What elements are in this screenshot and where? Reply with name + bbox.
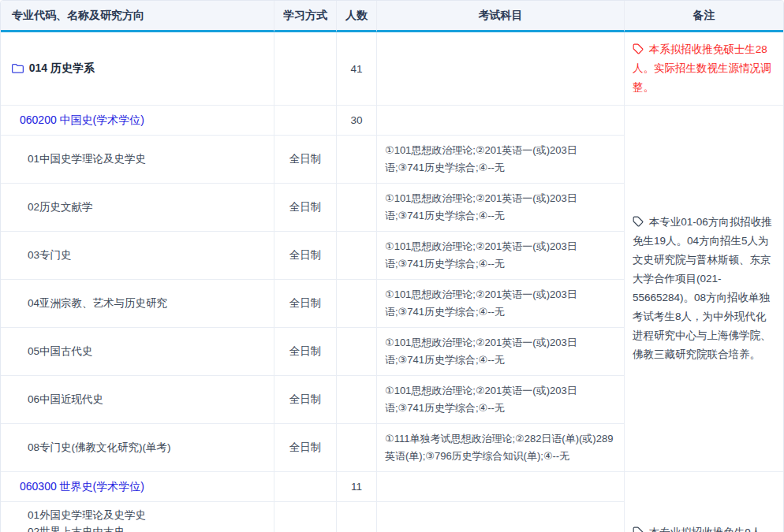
major-link[interactable]: 060300 世界史(学术学位) [20,480,144,493]
count-cell [337,184,377,232]
remark-cell-major-china-history: 本专业01-06方向拟招收推免生19人。04方向招生5人为文史研究院与普林斯顿、… [625,106,783,472]
remark-text: 本专业拟招收推免生9人。 [649,526,772,532]
direction-label: 04亚洲宗教、艺术与历史研究 [28,297,167,309]
count-cell [337,136,377,184]
study-mode-cell [274,32,337,106]
direction-cell: 08专门史(佛教文化研究)(单考) [1,424,274,472]
direction-label: 05中国古代史 [28,345,93,357]
department-label[interactable]: 014 历史学系 [29,61,95,74]
admissions-table: 专业代码、名称及研究方向 学习方式 人数 考试科目 备注 014 历史学系 41… [0,0,784,532]
study-mode-cell: 全日制 [274,502,337,532]
column-header-study-mode: 学习方式 [274,1,337,32]
table-row-major: 060200 中国史(学术学位) 30 本专业01-06方向拟招收推免生19人。… [1,106,783,136]
direction-cell: 03专门史 [1,232,274,280]
direction-cell: 04亚洲宗教、艺术与历史研究 [1,280,274,328]
study-mode-cell: 全日制 [274,328,337,376]
department-cell[interactable]: 014 历史学系 [1,32,274,106]
direction-cell: 05中国古代史 [1,328,274,376]
remark-text: 本专业01-06方向拟招收推免生19人。04方向招生5人为文史研究院与普林斯顿、… [633,216,772,360]
direction-lines: 01外国史学理论及史学史 02世界上古史中古史 03世界近现代史 04世界地区史… [28,507,266,532]
folder-icon [12,62,29,74]
direction-label: 02世界上古史中古史 [28,523,266,532]
remark-text: 本系拟招收推免硕士生28人。实际招生数视生源情况调整。 [633,43,771,93]
direction-label: 03专门史 [28,249,72,261]
table-header: 专业代码、名称及研究方向 学习方式 人数 考试科目 备注 [1,1,783,32]
table-row-major: 060300 世界史(学术学位) 11 本专业拟招收推免生9人。 [1,472,783,502]
direction-label: 01外国史学理论及史学史 [28,507,266,523]
direction-label: 06中国近现代史 [28,393,103,405]
tag-icon [633,526,649,532]
column-header-count: 人数 [337,1,377,32]
count-cell: 30 [337,106,377,136]
exam-cell [377,472,625,502]
study-mode-cell: 全日制 [274,184,337,232]
exam-cell: ①101思想政治理论;②201英语一(或)203日语;③741历史学综合;④--… [377,376,625,424]
exam-cell: ①101思想政治理论;②201英语一(或)203日语;③741历史学综合;④--… [377,280,625,328]
study-mode-cell [274,472,337,502]
exam-cell: ①101思想政治理论;②201英语一(或)203日语;③741历史学综合;④--… [377,136,625,184]
count-cell [337,376,377,424]
column-header-remarks: 备注 [625,1,783,32]
study-mode-cell: 全日制 [274,424,337,472]
study-mode-cell: 全日制 [274,136,337,184]
study-mode-cell: 全日制 [274,232,337,280]
remark-cell-department: 本系拟招收推免硕士生28人。实际招生数视生源情况调整。 [625,32,783,106]
table-row-department: 014 历史学系 41 本系拟招收推免硕士生28人。实际招生数视生源情况调整。 [1,32,783,106]
exam-cell: ①111单独考试思想政治理论;②282日语(单)(或)289英语(单);③796… [377,424,625,472]
study-mode-cell: 全日制 [274,376,337,424]
tag-icon [633,216,649,228]
count-cell [337,280,377,328]
direction-label: 08专门史(佛教文化研究)(单考) [28,441,171,453]
exam-cell: ①101思想政治理论;②201英语一(或)203日语;③741历史学综合;④--… [377,184,625,232]
column-header-program: 专业代码、名称及研究方向 [1,1,274,32]
count-cell: 41 [337,32,377,106]
column-header-exam-subjects: 考试科目 [377,1,625,32]
tag-icon [633,43,649,55]
count-cell [337,328,377,376]
direction-label: 01中国史学理论及史学史 [28,153,146,165]
direction-cell: 06中国近现代史 [1,376,274,424]
major-cell[interactable]: 060300 世界史(学术学位) [1,472,274,502]
count-cell [337,424,377,472]
direction-label: 02历史文献学 [28,201,93,213]
exam-cell: ①101思想政治理论;②201英语一(或)203日语;③741历史学综合;④--… [377,328,625,376]
major-link[interactable]: 060200 中国史(学术学位) [20,113,144,126]
exam-cell [377,106,625,136]
exam-cell: ①101思想政治理论;②201英语一(或)203日语(或)241法语(或)242… [377,502,625,532]
major-cell[interactable]: 060200 中国史(学术学位) [1,106,274,136]
count-cell [337,502,377,532]
exam-cell [377,32,625,106]
direction-cell: 02历史文献学 [1,184,274,232]
count-cell: 11 [337,472,377,502]
study-mode-cell: 全日制 [274,280,337,328]
remark-cell-major-world-history: 本专业拟招收推免生9人。 [625,472,783,532]
study-mode-cell [274,106,337,136]
exam-cell: ①101思想政治理论;②201英语一(或)203日语;③741历史学综合;④--… [377,232,625,280]
direction-cell: 01外国史学理论及史学史 02世界上古史中古史 03世界近现代史 04世界地区史… [1,502,274,532]
direction-cell: 01中国史学理论及史学史 [1,136,274,184]
count-cell [337,232,377,280]
